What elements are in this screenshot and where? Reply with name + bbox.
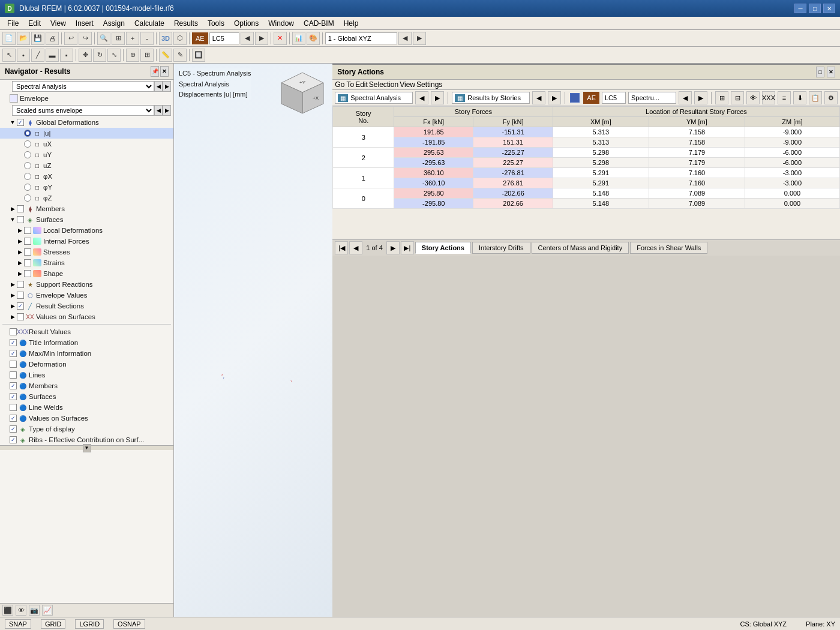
deform-phiy-item[interactable]: □ φY	[0, 182, 173, 193]
nav-bottom-3[interactable]: 📷	[29, 605, 40, 616]
redo-btn[interactable]: ↪	[79, 32, 92, 45]
sa-pin-btn[interactable]: □	[816, 67, 824, 77]
menu-tools[interactable]: Tools	[203, 18, 229, 29]
spectral-next-btn[interactable]: ▶	[163, 81, 171, 92]
sa-lc-dropdown[interactable]: LC5	[602, 92, 626, 104]
maxmin-information-item[interactable]: 🔵 Max/Min Information	[0, 348, 173, 359]
open-btn[interactable]: 📂	[17, 32, 30, 45]
viewport[interactable]: LC5 - Spectrum Analysis Spectral Analysi…	[174, 64, 332, 617]
sa-menu-selection[interactable]: Selection	[369, 80, 398, 89]
deform-u-radio[interactable]	[24, 130, 31, 137]
lc-prev[interactable]: ◀	[241, 32, 254, 45]
sa-icon-3[interactable]: 👁	[746, 91, 760, 104]
deform-ux-radio[interactable]	[24, 140, 31, 148]
rotate-btn[interactable]: ↻	[93, 49, 106, 62]
maxmin-checkbox[interactable]	[10, 350, 17, 357]
sa-next-btn[interactable]: ▶	[431, 91, 444, 104]
surfaces-group[interactable]: ▼ ◈ Surfaces	[0, 214, 173, 225]
members-group[interactable]: ▶ ⧫ Members	[0, 203, 173, 214]
sa-icon-7[interactable]: 📋	[809, 91, 822, 104]
internal-forces-item[interactable]: ▶ Internal Forces	[0, 236, 173, 247]
values-surf-checkbox[interactable]	[17, 313, 24, 320]
contour-btn[interactable]: 🎨	[307, 32, 320, 45]
sa-res-prev-btn[interactable]: ◀	[532, 91, 545, 104]
line-welds-checkbox[interactable]	[10, 404, 17, 411]
members-checkbox[interactable]	[17, 205, 24, 212]
zoom-out-btn[interactable]: -	[140, 32, 154, 45]
surfaces2-checkbox[interactable]	[10, 393, 17, 400]
deform-phiy-radio[interactable]	[24, 184, 31, 191]
print-btn[interactable]: 🖨	[46, 32, 59, 45]
save-btn[interactable]: 💾	[31, 32, 44, 45]
scaled-prev-btn[interactable]: ◀	[154, 105, 163, 116]
sa-menu-goto[interactable]: Go To	[335, 80, 354, 89]
env-values-checkbox[interactable]	[17, 292, 24, 299]
run-btn[interactable]: ✕	[274, 32, 287, 45]
tab-interstory-drifts[interactable]: Interstory Drifts	[472, 242, 530, 254]
page-last-btn[interactable]: ▶|	[401, 241, 414, 254]
lc-next[interactable]: ▶	[255, 32, 268, 45]
sa-spectral-dropdown[interactable]: ▦ Spectral Analysis	[335, 92, 413, 104]
close-button[interactable]: ✕	[823, 4, 835, 13]
page-next-btn[interactable]: ▶	[386, 241, 400, 254]
values-on-surfaces-item2[interactable]: 🔵 Values on Surfaces	[0, 413, 173, 424]
node-btn[interactable]: •	[17, 49, 30, 62]
menu-results[interactable]: Results	[169, 18, 203, 29]
deform-phiz-item[interactable]: □ φZ	[0, 193, 173, 203]
sa-prev-btn[interactable]: ◀	[415, 91, 428, 104]
snap-status[interactable]: SNAP	[5, 619, 31, 629]
lc-dropdown[interactable]: LC5	[209, 32, 239, 44]
annotation-btn[interactable]: ✎	[173, 49, 187, 62]
page-first-btn[interactable]: |◀	[335, 241, 348, 254]
surfaces-item2[interactable]: 🔵 Surfaces	[0, 391, 173, 402]
view-next[interactable]: ▶	[413, 32, 426, 45]
local-def-checkbox[interactable]	[24, 227, 31, 234]
deformation-item2[interactable]: 🔵 Deformation	[0, 359, 173, 370]
menu-view[interactable]: View	[46, 18, 71, 29]
support-reactions-item[interactable]: ▶ ★ Support Reactions	[0, 279, 173, 290]
menu-edit[interactable]: Edit	[23, 18, 46, 29]
members2-checkbox[interactable]	[10, 382, 17, 389]
result-values-item[interactable]: XXX Result Values	[0, 326, 173, 337]
result-btn[interactable]: 📊	[292, 32, 305, 45]
stresses-checkbox[interactable]	[24, 248, 31, 256]
result-values-checkbox[interactable]	[10, 328, 17, 335]
lines-checkbox[interactable]	[10, 371, 17, 379]
deform-phix-item[interactable]: □ φX	[0, 171, 173, 182]
support-rx-checkbox[interactable]	[17, 281, 24, 288]
type-display-checkbox[interactable]	[10, 425, 17, 433]
new-btn[interactable]: 📄	[2, 32, 16, 45]
zoom-all-btn[interactable]: ⊞	[112, 32, 125, 45]
title-information-item[interactable]: 🔵 Title Information	[0, 337, 173, 348]
result-sec-checkbox[interactable]	[17, 302, 24, 310]
deform-uz-radio[interactable]	[24, 162, 31, 169]
menu-window[interactable]: Window	[263, 18, 299, 29]
story-actions-controls[interactable]: □ ✕	[816, 67, 835, 77]
member-btn[interactable]: ▬	[46, 49, 59, 62]
members-item2[interactable]: 🔵 Members	[0, 380, 173, 391]
stresses-item[interactable]: ▶ Stresses	[0, 247, 173, 257]
deform-ux-item[interactable]: □ uX	[0, 139, 173, 149]
nav-pin-btn[interactable]: 📌	[151, 66, 159, 77]
menu-cad-bim[interactable]: CAD-BIM	[299, 18, 339, 29]
scaled-sums-select[interactable]: Scaled sums envelope	[12, 105, 154, 116]
sa-icon-1[interactable]: ⊞	[715, 91, 728, 104]
sa-spec-next-btn[interactable]: ▶	[694, 91, 707, 104]
grid-status[interactable]: GRID	[41, 619, 66, 629]
strains-item[interactable]: ▶ Strains	[0, 257, 173, 268]
scaled-next-btn[interactable]: ▶	[163, 105, 171, 116]
envelope-values-item[interactable]: ▶ ⬡ Envelope Values	[0, 290, 173, 301]
sa-icon-5[interactable]: ≡	[778, 91, 791, 104]
values-on-surfaces-item[interactable]: ▶ XX Values on Surfaces	[0, 311, 173, 322]
sa-spectrum-dropdown[interactable]: Spectru...	[628, 92, 676, 104]
zoom-btn[interactable]: 🔍	[97, 32, 110, 45]
menu-file[interactable]: File	[2, 18, 23, 29]
sa-menu-edit[interactable]: Edit	[355, 80, 368, 89]
global-deformations-group[interactable]: ▼ ⧫ Global Deformations	[0, 117, 173, 128]
scale-btn[interactable]: ⤡	[107, 49, 121, 62]
scroll-down-btn[interactable]: ▼	[83, 444, 91, 452]
values-surf2-checkbox[interactable]	[10, 415, 17, 422]
sa-spec-prev-btn[interactable]: ◀	[679, 91, 692, 104]
nav-bottom-1[interactable]: ⬛	[2, 605, 13, 616]
move-btn[interactable]: ✥	[79, 49, 92, 62]
